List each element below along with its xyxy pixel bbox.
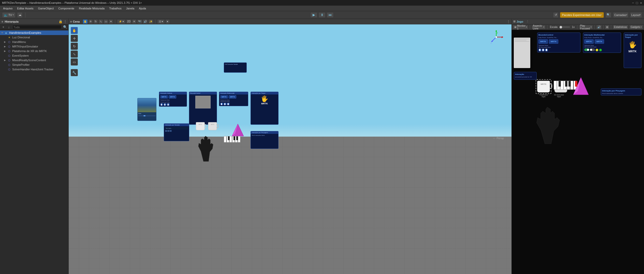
hierarchy-item-mrsc[interactable]: ▶ ⬡ MixedRealitySceneContent [0, 58, 68, 62]
camera-btn[interactable]: 📷 [137, 19, 142, 24]
gadgets-arrow: ▾ [641, 26, 642, 28]
hierarchy-item-mrtkinput[interactable]: ▶ ⬡ MRTKInputSimulator [0, 44, 68, 49]
layers-label: Camadas [614, 13, 626, 17]
scene-view[interactable]: ✋ ✛ ↻ ⤡ ▭ 🔧 [69, 24, 511, 274]
play-button[interactable]: ▶ [310, 12, 317, 18]
gizmos-btn[interactable]: ⊡ ▾ [157, 19, 165, 24]
tv-dropdown[interactable]: 📺 TV ▾ [2, 12, 16, 18]
gv-mrtk-btn-2: MRTK [549, 39, 558, 44]
monitor-dropdown[interactable]: 🖥 Monitor 1 ▾ [513, 25, 528, 29]
menu-gameobject[interactable]: GameObject [36, 6, 56, 10]
hierarchy-lock-icon[interactable]: 🔒 [58, 20, 63, 23]
scale-tool-btn[interactable]: ⤡ [98, 19, 103, 24]
hand-tool-btn[interactable]: ✋ [83, 19, 88, 24]
gv-multi-mrtk-2: MRTK [595, 39, 604, 44]
hierarchy-item-xr[interactable]: ▶ ⬡ Plataforma de XR do MRTK [0, 49, 68, 53]
hierarchy-item-solver[interactable]: ⬡ SolverHandler HandJoint Tracker [0, 67, 68, 72]
layout-button[interactable]: Layout ▾ [630, 12, 642, 18]
layers-button[interactable]: Camadas ▾ [613, 12, 628, 18]
scene-items-container: Slider Interação Indireta MRTK MRTK Flat… [69, 24, 511, 274]
pause-button[interactable]: ⏸ [318, 12, 326, 18]
scene-snap-group: ⚡ ▾ 2D ☀ 📷 🔊 ✨ [117, 19, 153, 24]
scale-slider[interactable] [560, 26, 570, 28]
transform-tool-btn[interactable]: ✦ [109, 19, 113, 24]
packages-dropdown-arrow: ▾ [601, 14, 602, 16]
card-teclado-header: Interação por Teclado [164, 124, 189, 126]
menu-arquivo[interactable]: Arquivo [1, 6, 14, 10]
gv-piano-b-red [575, 81, 577, 87]
aspect-label: Aspecto Livre [533, 24, 543, 30]
layers-dropdown-arrow: ▾ [626, 14, 627, 16]
menu-ajuda[interactable]: Ajuda [137, 6, 148, 10]
audio-btn[interactable]: 🔊 [143, 19, 148, 24]
move-tool-btn[interactable]: ✛ [88, 19, 93, 24]
game-panel: ⊞ Jogo ⋮ 🖥 Monitor 1 ▾ Aspecto Livre ▾ E… [512, 19, 644, 274]
two-d-btn[interactable]: 2D [126, 19, 131, 24]
object-icon-solver: ⬡ [7, 67, 11, 71]
gadgets-btn[interactable]: Gadgets ▾ [629, 25, 643, 29]
hierarchy-item-handmenu[interactable]: ▶ ⬡ HandMenu [0, 40, 68, 44]
play-focused-dropdown[interactable]: Play Focused ▾ [579, 25, 593, 29]
stats-btn[interactable]: Estatísticas [613, 25, 628, 29]
multi-btn-1: ▉ [220, 103, 223, 105]
rect-tool-btn[interactable]: ▭ [104, 19, 108, 24]
cloud-button[interactable]: ☁ [17, 12, 23, 18]
search-button[interactable]: 🔍 [605, 12, 611, 18]
rotate-tool-btn[interactable]: ↻ [93, 19, 98, 24]
multi-mrtk-2: MRTK [229, 95, 236, 99]
minimize-btn[interactable]: − [632, 1, 634, 5]
hierarchy-search-icon[interactable]: 🔍 [63, 25, 67, 29]
play-focused-arrow: ▾ [591, 26, 592, 28]
menu-janela[interactable]: Janela [124, 6, 136, 10]
game-grid-btn[interactable]: ⊞ [605, 25, 609, 29]
flatstyle-label-2: Flattstened Style [160, 101, 186, 103]
gv-bounds-btn-3: ▉ [545, 49, 548, 51]
hierarchy-search[interactable] [12, 25, 62, 29]
mrtk-btns-row1: MRTK MRTK [160, 95, 186, 99]
menu-componente[interactable]: Componente [56, 6, 76, 10]
menu-trabalhos[interactable]: Trabalhos [107, 6, 124, 10]
card-toque-header: Interação por Toque [251, 92, 278, 94]
hierarchy-item-label-scene: HandInteractionExamples [9, 31, 41, 34]
gv-bounds-flat1: Tattooed Style [538, 45, 579, 46]
keyboard-input-box: Text input... [165, 127, 188, 130]
scene-more-options[interactable]: ⋮ [507, 20, 510, 23]
content-area: ≡ Hierarquia 🔒 ⋮ + ↓ 🔍 ▼ ◈ HandInteracti… [0, 19, 644, 274]
menu-realidade-misturada[interactable]: Realidade Misturada [77, 6, 107, 10]
aspect-dropdown[interactable]: Aspecto Livre ▾ [532, 25, 546, 29]
hierarchy-more-icon[interactable]: ⋮ [64, 20, 67, 23]
maximize-btn[interactable]: □ [636, 1, 638, 5]
hierarchy-item-luz[interactable]: ☀ Luz Direcional [0, 35, 68, 40]
add-hierarchy-btn[interactable]: + [1, 25, 6, 29]
step-button[interactable]: ⏭ [327, 12, 334, 18]
history-button[interactable]: ↺ [553, 12, 559, 18]
layout-dropdown-arrow: ▾ [640, 14, 641, 16]
card-bounds-header: BoundsControl [189, 92, 217, 94]
hierarchy-item-label-handmenu: HandMenu [12, 40, 26, 43]
gv-pincagem-title: Interação por Pinçagem [602, 90, 640, 92]
scene-card-bounds: BoundsControl [189, 92, 217, 125]
menu-bar: Arquivo Editar Assets GameObject Compone… [0, 6, 644, 11]
hierarchy-item-eventsys[interactable]: ⬡ EventSystem [0, 53, 68, 58]
game-more-btn[interactable]: ⋮ [526, 20, 529, 23]
hierarchy-panel: ≡ Hierarquia 🔒 ⋮ + ↓ 🔍 ▼ ◈ HandInteracti… [0, 19, 69, 274]
game-audio-btn[interactable]: 🔊 [596, 25, 602, 29]
hierarchy-item-label-profiler: SimpleProfiler [12, 63, 30, 66]
snap-btn[interactable]: ⚡ ▾ [117, 19, 126, 24]
scene-card-pincagem: Interação por Pinçagem Pinch interaction… [251, 131, 279, 149]
more-btn[interactable]: ▾ [165, 19, 170, 24]
hierarchy-item-scene[interactable]: ▼ ◈ HandInteractionExamples [0, 30, 68, 35]
gv-piano-b1 [559, 81, 561, 87]
gv-multi-title: Interação Multimodal [584, 34, 620, 36]
light-btn[interactable]: ☀ [132, 19, 137, 24]
hierarchy-sort-btn[interactable]: ↓ [7, 25, 11, 29]
effects-btn[interactable]: ✨ [148, 19, 153, 24]
hierarchy-item-profiler[interactable]: ⬡ SimpleProfiler [0, 62, 68, 67]
scale-slider-thumb[interactable] [560, 26, 562, 28]
game-view[interactable]: BoundsControl Fully Pinch, Grab/Pick, Ra… [512, 30, 644, 274]
scene-landscape-card: Slider [137, 98, 156, 121]
close-btn[interactable]: × [640, 1, 642, 5]
packages-button[interactable]: Pacotes Experimentais em Uso ▾ [560, 12, 604, 18]
gadgets-label: Gadgets [631, 26, 640, 28]
menu-editar-assets[interactable]: Editar Assets [15, 6, 35, 10]
